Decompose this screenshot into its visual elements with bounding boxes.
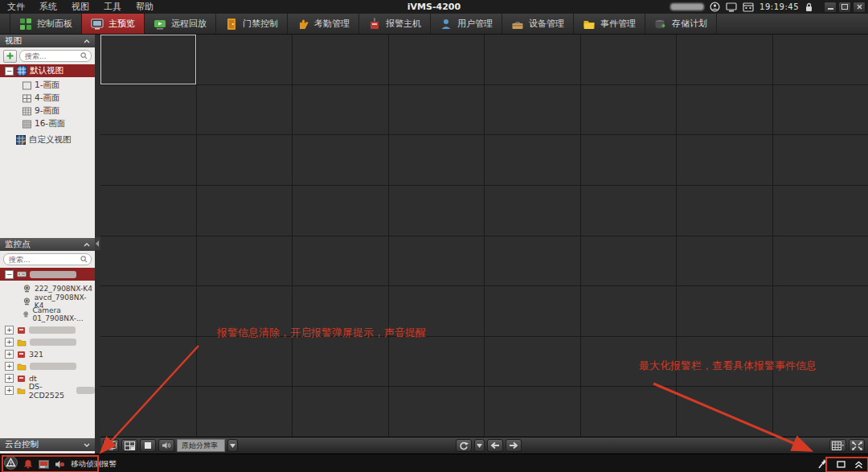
tree-row-custom-view[interactable]: 自定义视图 — [0, 133, 95, 146]
expand-alarm-bar-icon[interactable] — [854, 457, 863, 472]
refresh-view-button[interactable] — [456, 439, 472, 452]
video-cell[interactable] — [100, 337, 196, 387]
video-cell[interactable] — [485, 186, 580, 236]
video-cell[interactable] — [485, 387, 580, 437]
tree-row-layout-16[interactable]: 16-画面 — [0, 117, 95, 130]
video-cell[interactable] — [581, 286, 677, 336]
tree-row-camera[interactable]: Camera 01_7908NX-... — [0, 308, 95, 321]
video-cell[interactable] — [197, 387, 293, 437]
lock-icon[interactable] — [805, 2, 813, 12]
alarm-clear-icon[interactable] — [23, 457, 33, 472]
video-cell[interactable] — [100, 286, 196, 336]
video-cell[interactable] — [773, 286, 868, 336]
video-cell[interactable] — [773, 85, 868, 135]
video-cell[interactable] — [677, 186, 772, 236]
video-cell[interactable] — [389, 236, 485, 286]
video-cell[interactable] — [197, 337, 293, 387]
video-cell[interactable] — [485, 135, 580, 185]
ptz-panel-header[interactable]: 云台控制 — [0, 438, 95, 451]
video-cell[interactable] — [197, 135, 293, 185]
video-cell[interactable] — [293, 135, 388, 185]
video-cell[interactable] — [100, 186, 196, 236]
alarm-popup-icon[interactable] — [39, 457, 49, 472]
menu-file[interactable]: 文件 — [0, 1, 32, 13]
minimize-button[interactable] — [824, 2, 837, 13]
tab-access-control[interactable]: 门禁控制 — [216, 14, 288, 34]
tree-row-collapsed-folder[interactable]: + — [0, 336, 95, 348]
video-cell[interactable] — [485, 337, 580, 387]
camera-search-input[interactable] — [7, 255, 80, 265]
video-cell[interactable] — [389, 337, 485, 387]
restore-button[interactable] — [838, 2, 851, 13]
sidebar-splitter[interactable] — [95, 35, 100, 454]
video-cell[interactable] — [100, 135, 196, 185]
tree-row-device-ds2cd2525[interactable]: + DS-2CD2525 — [0, 384, 95, 396]
menu-tools[interactable]: 工具 — [96, 1, 129, 13]
resolution-dropdown-button[interactable] — [227, 439, 238, 452]
video-cell[interactable] — [100, 236, 196, 286]
video-cell[interactable] — [100, 387, 196, 437]
cpu-monitor-icon[interactable] — [726, 2, 737, 12]
video-cell[interactable] — [293, 85, 388, 135]
video-cell[interactable] — [197, 186, 293, 236]
menu-view[interactable]: 视图 — [64, 1, 96, 13]
collapse-sidebar-handle[interactable] — [95, 237, 100, 250]
video-cell[interactable] — [773, 35, 868, 84]
previous-page-button[interactable] — [487, 439, 503, 452]
tab-user-management[interactable]: 用户管理 — [431, 14, 502, 34]
expand-expander-icon[interactable]: + — [5, 350, 14, 359]
close-button[interactable] — [853, 2, 866, 13]
capture-button[interactable] — [103, 439, 119, 452]
division-mode-button[interactable] — [829, 439, 846, 452]
tab-storage-schedule[interactable]: 存储计划 — [645, 14, 717, 34]
tree-row-collapsed-device[interactable]: + — [0, 324, 95, 336]
stop-all-button[interactable] — [140, 439, 156, 452]
collapse-expander-icon[interactable]: − — [5, 67, 14, 76]
video-cell[interactable] — [197, 35, 293, 84]
next-page-button[interactable] — [506, 439, 522, 452]
video-cell[interactable] — [293, 387, 388, 437]
tab-alarm-host[interactable]: 报警主机 — [359, 14, 431, 34]
video-cell[interactable] — [773, 236, 868, 286]
video-cell[interactable] — [485, 286, 580, 336]
video-cell[interactable] — [773, 387, 868, 437]
menu-system[interactable]: 系统 — [32, 1, 64, 13]
video-cell[interactable] — [581, 35, 677, 84]
pin-alarm-bar-icon[interactable] — [818, 457, 828, 472]
video-cell[interactable] — [581, 236, 677, 286]
video-cell[interactable] — [100, 85, 196, 135]
tree-row-layout-1[interactable]: 1-画面 — [0, 79, 95, 92]
alarm-event-text[interactable]: 移动侦测报警 — [71, 459, 117, 470]
tab-event-management[interactable]: 事件管理 — [574, 14, 645, 34]
tree-row-device-321[interactable]: + 321 — [0, 348, 95, 360]
video-cell[interactable] — [581, 135, 677, 185]
video-cell[interactable] — [389, 387, 485, 437]
resolution-select[interactable]: 原始分辨率 — [177, 439, 225, 452]
tree-row-collapsed-folder[interactable]: + — [0, 360, 95, 372]
add-view-button[interactable] — [3, 50, 17, 63]
video-cell[interactable] — [485, 236, 580, 286]
screen-division-button[interactable] — [121, 439, 137, 452]
expand-expander-icon[interactable]: + — [5, 362, 14, 371]
video-cell[interactable] — [677, 286, 772, 336]
video-cell[interactable] — [389, 135, 485, 185]
video-cell[interactable] — [389, 35, 485, 84]
camera-panel-header[interactable]: 监控点 — [0, 238, 95, 251]
video-cell[interactable] — [677, 135, 772, 185]
menu-help[interactable]: 帮助 — [129, 1, 161, 13]
tab-control-panel[interactable]: 控制面板 — [10, 14, 82, 34]
video-cell[interactable] — [293, 186, 388, 236]
calendar-icon[interactable] — [743, 2, 754, 12]
search-icon[interactable] — [80, 52, 88, 60]
alarm-sound-icon[interactable] — [55, 457, 65, 472]
video-cell[interactable] — [581, 186, 677, 236]
video-cell[interactable] — [485, 85, 580, 135]
tree-row-default-view[interactable]: − 默认视图 — [0, 64, 95, 77]
tab-attendance[interactable]: 考勤管理 — [288, 14, 359, 34]
video-cell[interactable] — [293, 236, 388, 286]
expand-expander-icon[interactable]: + — [5, 374, 14, 383]
refresh-dropdown-button[interactable] — [474, 439, 485, 452]
expand-expander-icon[interactable]: + — [5, 338, 14, 347]
video-cell[interactable] — [773, 186, 868, 236]
video-cell[interactable] — [677, 35, 772, 84]
